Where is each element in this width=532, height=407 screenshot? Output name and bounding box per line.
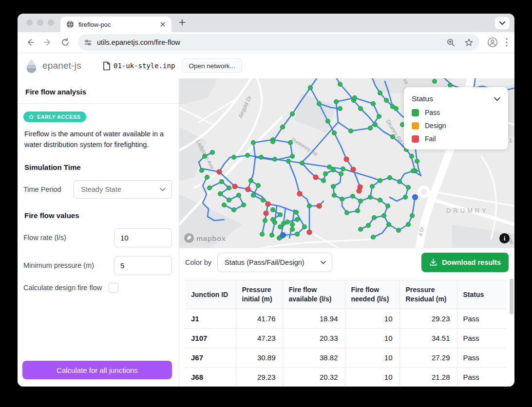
bookmark-star-icon[interactable]	[464, 38, 474, 47]
junction-node-pass[interactable]	[227, 198, 231, 203]
junction-node-pass[interactable]	[331, 185, 336, 189]
junction-node-fail[interactable]	[246, 187, 250, 192]
junction-node-fail[interactable]	[357, 188, 361, 193]
network-map[interactable]: Airgold DrLadyloan AveDunkenny RdDrumry …	[179, 78, 514, 248]
junction-node-pass[interactable]	[290, 154, 295, 159]
junction-node-pass[interactable]	[411, 169, 416, 173]
junction-node-pass[interactable]	[378, 179, 382, 183]
junction-node-fail[interactable]	[266, 202, 270, 206]
junction-node-fail[interactable]	[232, 184, 237, 189]
junction-node-fail[interactable]	[297, 191, 302, 196]
back-button[interactable]	[25, 37, 35, 47]
junction-node-pass[interactable]	[295, 218, 300, 222]
legend-item-fail[interactable]: Fail	[412, 135, 500, 143]
junction-node-pass[interactable]	[332, 131, 337, 135]
junction-node-pass[interactable]	[371, 235, 376, 240]
junction-node-pass[interactable]	[259, 155, 264, 160]
junction-node-pass[interactable]	[387, 222, 391, 227]
table-row[interactable]: J6730.8938.821027.29Pass	[185, 348, 507, 368]
junction-node-pass[interactable]	[295, 232, 300, 237]
junction-node-pass[interactable]	[288, 141, 293, 145]
junction-node-pass[interactable]	[218, 192, 223, 196]
junction-node-pass[interactable]	[290, 112, 295, 116]
junction-node-pass[interactable]	[366, 223, 371, 228]
maximize-window-button[interactable]	[48, 19, 54, 26]
junction-node-pass[interactable]	[307, 204, 312, 208]
junction-node-pass[interactable]	[351, 194, 355, 199]
junction-node-pass[interactable]	[394, 107, 399, 111]
junction-node-fail[interactable]	[264, 211, 268, 216]
mapbox-attribution[interactable]: mapbox	[184, 233, 226, 243]
junction-node-pass[interactable]	[278, 225, 283, 229]
table-row[interactable]: J141.7618.941029.23Pass	[185, 309, 507, 329]
junction-node-pass[interactable]	[251, 141, 256, 145]
junction-node-pass[interactable]	[359, 227, 363, 232]
junction-node-pass[interactable]	[410, 214, 415, 218]
flow-rate-input[interactable]	[114, 228, 172, 247]
junction-node-pass[interactable]	[371, 102, 376, 106]
junction-node-fail[interactable]	[344, 157, 349, 162]
junction-node-fail[interactable]	[307, 230, 312, 235]
profile-icon[interactable]	[487, 37, 498, 48]
url-text[interactable]: utils.epanetjs.com/fire-flow	[97, 38, 446, 46]
junction-node-pass[interactable]	[260, 232, 265, 237]
min-pressure-input[interactable]	[114, 256, 172, 275]
junction-node-pass[interactable]	[273, 221, 277, 225]
junction-node-pass[interactable]	[382, 214, 386, 218]
junction-node-pass[interactable]	[341, 167, 345, 171]
calculate-all-junctions-button[interactable]: Calculate for all junctions	[22, 361, 172, 379]
junction-node-pass[interactable]	[338, 82, 342, 87]
download-results-button[interactable]: Download results	[421, 253, 509, 272]
junction-node-pass[interactable]	[332, 193, 337, 198]
junction-node-pass[interactable]	[232, 208, 236, 212]
junction-node-pass[interactable]	[261, 198, 266, 203]
table-row[interactable]: J6829.2320.321021.28Pass	[185, 368, 507, 387]
junction-node-pass[interactable]	[327, 165, 332, 169]
color-by-select[interactable]: Status (Pass/Fail/Design)	[217, 253, 332, 272]
junction-node-pass[interactable]	[372, 216, 377, 220]
junction-node-pass[interactable]	[242, 203, 246, 207]
browser-menu-icon[interactable]	[506, 38, 508, 47]
junction-node-pass[interactable]	[370, 185, 375, 189]
junction-node-pass[interactable]	[271, 140, 275, 144]
close-window-button[interactable]	[26, 19, 33, 26]
junction-node-pass[interactable]	[205, 175, 209, 180]
junction-node-pass[interactable]	[368, 126, 373, 130]
junction-node-pass[interactable]	[359, 199, 363, 204]
junction-node-pass[interactable]	[326, 119, 330, 124]
junction-node-pass[interactable]	[263, 219, 267, 223]
junction-node-fail[interactable]	[313, 175, 318, 180]
junction-node-pass[interactable]	[340, 197, 344, 202]
junction-node-pass[interactable]	[359, 107, 363, 111]
junction-node-pass[interactable]	[308, 86, 313, 90]
junction-node-pass[interactable]	[237, 193, 241, 198]
junction-node-pass[interactable]	[203, 154, 207, 159]
junction-node-pass[interactable]	[353, 96, 357, 100]
tab-search-button[interactable]	[495, 17, 510, 29]
design-fireflow-checkbox[interactable]	[109, 283, 118, 293]
results-scrollbar-thumb[interactable]	[510, 278, 513, 314]
junction-node-pass[interactable]	[232, 155, 236, 160]
junction-node-pass[interactable]	[433, 79, 437, 84]
junction-node-pass[interactable]	[378, 91, 382, 95]
junction-node-pass[interactable]	[200, 168, 204, 173]
junction-node-pass[interactable]	[286, 159, 291, 164]
junction-node-pass[interactable]	[282, 222, 286, 226]
junction-node-pass[interactable]	[356, 209, 360, 213]
junction-node-pass[interactable]	[210, 150, 215, 155]
junction-node-pass[interactable]	[373, 123, 378, 127]
junction-node-pass[interactable]	[334, 100, 339, 104]
window-controls[interactable]	[26, 19, 54, 26]
junction-node-pass[interactable]	[323, 172, 328, 176]
legend-collapse-chevron-icon[interactable]	[494, 97, 500, 101]
junction-node-pass[interactable]	[227, 186, 231, 190]
junction-node-pass[interactable]	[339, 172, 343, 176]
junction-node-pass[interactable]	[410, 154, 414, 159]
legend-item-design[interactable]: Design	[412, 122, 500, 130]
junction-node-pass[interactable]	[317, 102, 322, 106]
junction-node-pass[interactable]	[386, 204, 390, 208]
network-file-chip[interactable]: 01-uk-style.inp	[103, 61, 175, 71]
junction-node-pass[interactable]	[246, 153, 250, 158]
junction-node-pass[interactable]	[368, 195, 373, 200]
junction-node-pass[interactable]	[271, 208, 275, 212]
